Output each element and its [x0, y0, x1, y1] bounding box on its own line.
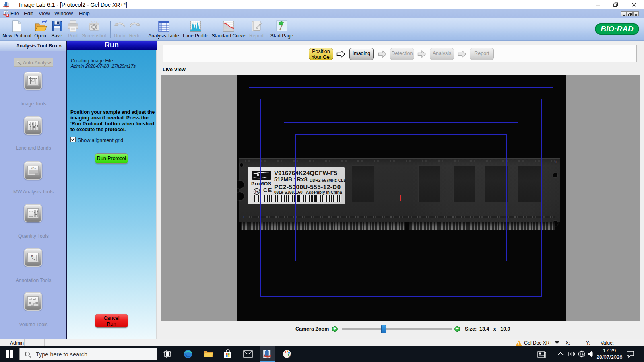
- svg-text:kDa: kDa: [31, 167, 36, 170]
- svg-text:P: P: [6, 14, 8, 17]
